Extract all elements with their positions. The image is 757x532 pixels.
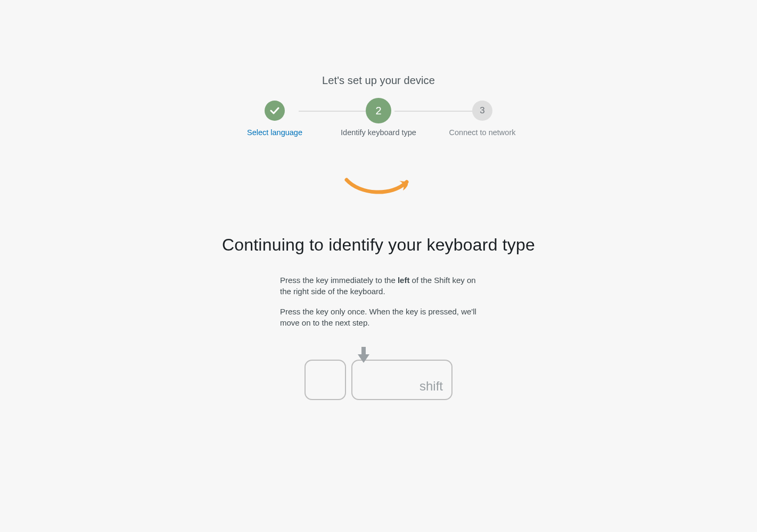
step-2-number: 2 bbox=[375, 105, 381, 117]
arrow-down-icon bbox=[356, 346, 372, 364]
shift-key: shift bbox=[351, 360, 452, 400]
p1-pre: Press the key immediately to the bbox=[280, 276, 398, 285]
step-2-label: Identify keyboard type bbox=[341, 128, 416, 137]
setup-page: Let's set up your device Select language… bbox=[0, 0, 757, 532]
step-1: Select language bbox=[235, 101, 315, 137]
amazon-smile-logo bbox=[344, 177, 413, 198]
instruction-paragraph-2: Press the key only once. When the key is… bbox=[280, 306, 477, 328]
progress-steps: Select language 2 Identify keyboard type… bbox=[235, 101, 522, 137]
step-1-circle bbox=[265, 101, 285, 121]
p1-bold: left bbox=[398, 276, 410, 285]
shift-key-label: shift bbox=[419, 379, 443, 394]
step-3-label: Connect to network bbox=[449, 128, 516, 137]
check-icon bbox=[270, 107, 279, 114]
target-key bbox=[305, 360, 346, 400]
main-heading: Continuing to identify your keyboard typ… bbox=[222, 235, 535, 255]
step-3: 3 Connect to network bbox=[442, 101, 522, 137]
step-3-circle: 3 bbox=[472, 101, 492, 121]
step-3-number: 3 bbox=[480, 105, 484, 116]
step-connector bbox=[394, 111, 480, 112]
keyboard-illustration: shift bbox=[305, 338, 452, 400]
content-column: Press the key immediately to the left of… bbox=[248, 255, 509, 400]
instruction-paragraph-1: Press the key immediately to the left of… bbox=[280, 275, 477, 297]
step-2: 2 Identify keyboard type bbox=[325, 101, 432, 137]
step-2-circle: 2 bbox=[366, 98, 391, 123]
page-title: Let's set up your device bbox=[322, 74, 435, 87]
instructions: Press the key immediately to the left of… bbox=[280, 275, 477, 338]
step-1-label[interactable]: Select language bbox=[247, 128, 302, 137]
